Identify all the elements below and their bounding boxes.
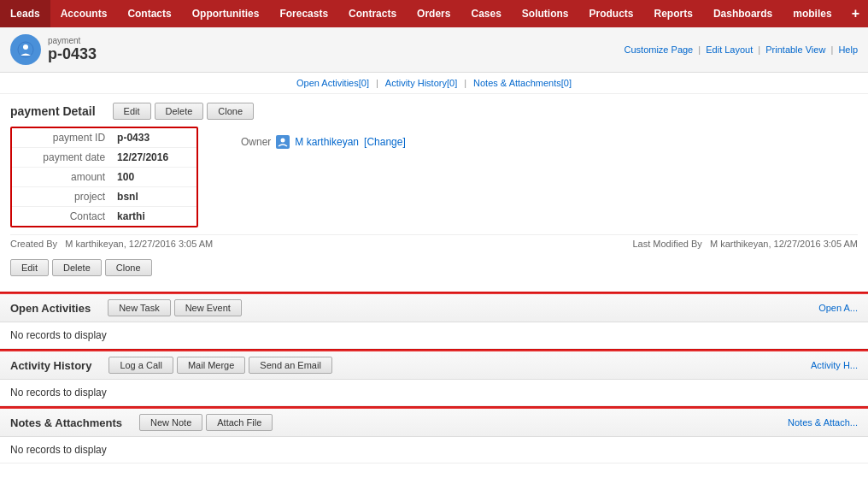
- open-activities-section: Open Activities New Task New Event Open …: [0, 294, 868, 349]
- detail-bottom-buttons: Edit Delete Clone: [10, 259, 858, 276]
- open-activities-link[interactable]: Open Activities: [296, 78, 359, 88]
- open-activities-content: No records to display: [0, 322, 868, 349]
- customize-page-link[interactable]: Customize Page: [625, 44, 694, 55]
- notes-attachments-count: [0]: [561, 78, 572, 88]
- owner-label: Owner: [241, 136, 271, 148]
- record-title: p-0433: [48, 45, 97, 63]
- edit-button-bottom[interactable]: Edit: [10, 259, 49, 276]
- owner-change-link[interactable]: [Change]: [364, 136, 406, 148]
- open-activities-count: [0]: [359, 78, 369, 88]
- edit-layout-link[interactable]: Edit Layout: [706, 44, 753, 55]
- notes-attachments-content: No records to display: [0, 437, 868, 464]
- detail-section: payment Detail Edit Delete Clone payment…: [0, 94, 868, 292]
- help-link[interactable]: Help: [838, 44, 858, 55]
- attach-file-button[interactable]: Attach File: [206, 414, 273, 431]
- notes-attachments-link[interactable]: Notes & Attachments: [473, 78, 561, 88]
- owner-icon: [276, 135, 290, 149]
- nav-accounts[interactable]: Accounts: [50, 0, 118, 27]
- activity-history-count: [0]: [447, 78, 457, 88]
- delete-button[interactable]: Delete: [155, 103, 204, 120]
- table-row: payment date 12/27/2016: [12, 148, 196, 168]
- new-task-button[interactable]: New Task: [108, 299, 170, 316]
- field-value-payment-date: 12/27/2016: [110, 148, 196, 168]
- table-row: amount 100: [12, 168, 196, 187]
- nav-opportunities[interactable]: Opportunities: [182, 0, 270, 27]
- new-note-button[interactable]: New Note: [139, 414, 202, 431]
- nav-contacts[interactable]: Contacts: [117, 0, 181, 27]
- field-label-payment-date: payment date: [12, 148, 110, 168]
- record-icon: [10, 34, 41, 65]
- notes-attachments-title: Notes & Attachments: [10, 416, 122, 429]
- owner-name-link[interactable]: M karthikeyan: [295, 136, 359, 148]
- field-label-payment-id: payment ID: [12, 128, 110, 148]
- field-value-payment-id: p-0433: [110, 128, 196, 148]
- nav-cases[interactable]: Cases: [460, 0, 511, 27]
- table-row: project bsnl: [12, 187, 196, 207]
- delete-button-bottom[interactable]: Delete: [52, 259, 102, 276]
- activity-history-title: Activity History: [10, 359, 91, 372]
- modified-by-value: M karthikeyan, 12/27/2016 3:05 AM: [710, 239, 858, 249]
- clone-button[interactable]: Clone: [207, 103, 254, 120]
- detail-action-buttons: Edit Delete Clone: [113, 103, 255, 120]
- record-subtitle: payment: [48, 36, 97, 45]
- header-text: payment p-0433: [48, 36, 97, 63]
- field-label-amount: amount: [12, 168, 110, 187]
- activity-history-section: Activity History Log a Call Mail Merge S…: [0, 351, 868, 406]
- open-activities-header: Open Activities New Task New Event Open …: [0, 294, 868, 322]
- printable-view-link[interactable]: Printable View: [765, 44, 825, 55]
- mail-merge-button[interactable]: Mail Merge: [177, 357, 245, 374]
- field-value-amount: 100: [110, 168, 196, 187]
- table-row: Contact karthi: [12, 207, 196, 227]
- activity-history-content: No records to display: [0, 380, 868, 406]
- detail-section-header: payment Detail Edit Delete Clone: [10, 103, 858, 120]
- nav-leads[interactable]: Leads: [0, 0, 50, 27]
- notes-attachments-buttons: New Note Attach File: [139, 414, 273, 431]
- nav-forecasts[interactable]: Forecasts: [269, 0, 338, 27]
- detail-right-side: Owner M karthikeyan [Change]: [215, 127, 858, 149]
- notes-attachments-empty: No records to display: [10, 444, 107, 456]
- notes-attachments-header: Notes & Attachments New Note Attach File…: [0, 409, 868, 437]
- header-action-links: Customize Page | Edit Layout | Printable…: [625, 44, 858, 55]
- nav-contracts[interactable]: Contracts: [338, 0, 407, 27]
- notes-attachments-section: Notes & Attachments New Note Attach File…: [0, 409, 868, 464]
- open-activities-empty: No records to display: [10, 329, 107, 341]
- activity-history-header: Activity History Log a Call Mail Merge S…: [0, 351, 868, 380]
- nav-solutions[interactable]: Solutions: [512, 0, 579, 27]
- svg-point-2: [281, 139, 285, 143]
- top-navigation: Leads Accounts Contacts Opportunities Fo…: [0, 0, 868, 27]
- edit-button[interactable]: Edit: [113, 103, 151, 120]
- clone-button-bottom[interactable]: Clone: [105, 259, 152, 276]
- nav-mobiles[interactable]: mobiles: [783, 0, 842, 27]
- open-activities-more-link[interactable]: Open A...: [818, 303, 858, 313]
- nav-dashboards[interactable]: Dashboards: [703, 0, 783, 27]
- field-label-contact: Contact: [12, 207, 110, 227]
- activity-history-buttons: Log a Call Mail Merge Send an Email: [108, 357, 332, 374]
- audit-info: Created By M karthikeyan, 12/27/2016 3:0…: [10, 234, 858, 252]
- activity-history-more-link[interactable]: Activity H...: [811, 360, 858, 370]
- nav-more-button[interactable]: +: [843, 0, 868, 27]
- notes-attachments-more-link[interactable]: Notes & Attach...: [788, 417, 858, 428]
- activity-history-link[interactable]: Activity History: [385, 78, 447, 88]
- field-value-contact: karthi: [110, 207, 196, 227]
- new-event-button[interactable]: New Event: [174, 299, 242, 316]
- send-email-button[interactable]: Send an Email: [249, 357, 332, 374]
- log-call-button[interactable]: Log a Call: [108, 357, 173, 374]
- page-header: payment p-0433 Customize Page | Edit Lay…: [0, 27, 868, 73]
- created-by-value: M karthikeyan, 12/27/2016 3:05 AM: [65, 239, 213, 249]
- section-anchor-links: Open Activities [0] | Activity History […: [0, 73, 868, 94]
- owner-section: Owner M karthikeyan [Change]: [241, 135, 858, 149]
- activity-history-empty: No records to display: [10, 387, 107, 399]
- field-value-project: bsnl: [110, 187, 196, 207]
- nav-products[interactable]: Products: [579, 0, 644, 27]
- field-label-project: project: [12, 187, 110, 207]
- svg-point-1: [23, 44, 28, 50]
- detail-content-wrapper: payment ID p-0433 payment date 12/27/201…: [10, 127, 858, 227]
- modified-by-section: Last Modified By M karthikeyan, 12/27/20…: [632, 239, 858, 249]
- nav-orders[interactable]: Orders: [407, 0, 460, 27]
- nav-reports[interactable]: Reports: [644, 0, 703, 27]
- table-row: payment ID p-0433: [12, 128, 196, 148]
- open-activities-title: Open Activities: [10, 302, 91, 315]
- open-activities-buttons: New Task New Event: [108, 299, 242, 316]
- modified-by-label: Last Modified By: [632, 239, 701, 249]
- detail-fields-table: payment ID p-0433 payment date 12/27/201…: [10, 127, 198, 227]
